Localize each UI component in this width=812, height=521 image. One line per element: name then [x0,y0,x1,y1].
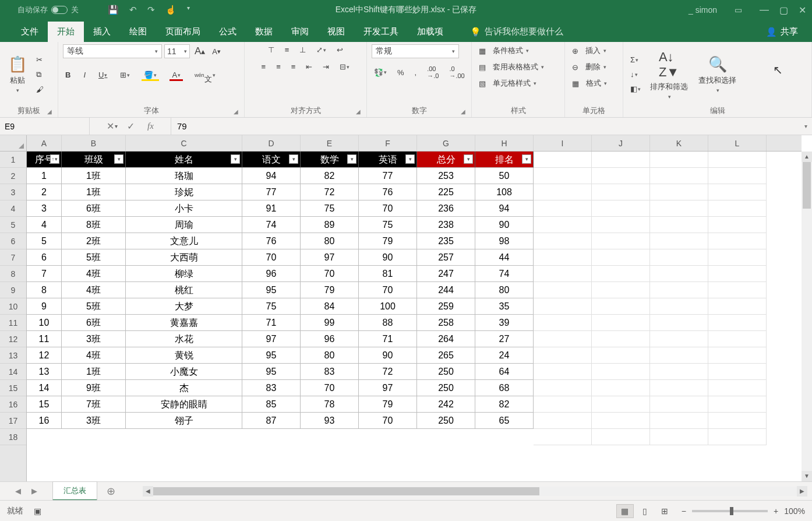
table-cell[interactable]: 14 [27,380,62,396]
empty-cell[interactable] [650,200,708,217]
table-header-cell[interactable]: 姓名▾ [126,152,242,168]
font-name-combo[interactable]: 等线▾ [63,44,162,58]
scroll-up-icon[interactable]: ▲ [802,152,812,162]
table-cell[interactable]: 70 [301,266,359,282]
row-header[interactable]: 17 [0,413,26,429]
empty-cell[interactable] [708,429,767,445]
tab-draw[interactable]: 绘图 [120,22,156,42]
empty-cell[interactable] [534,364,592,380]
row-header[interactable]: 12 [0,331,26,347]
empty-cell[interactable] [534,429,592,445]
table-cell[interactable]: 6班 [62,200,126,217]
qat-dropdown-icon[interactable]: ▾ [187,5,190,15]
table-cell[interactable]: 76 [359,184,417,200]
table-cell[interactable]: 15 [27,396,62,413]
table-cell[interactable]: 97 [301,249,359,266]
table-cell[interactable]: 柳绿 [126,266,242,282]
empty-cell[interactable] [592,380,650,396]
table-cell[interactable]: 珞珈 [126,168,242,184]
share-button[interactable]: 👤 共享 [760,22,804,42]
table-cell[interactable]: 80 [475,282,534,298]
ribbon-display-icon[interactable]: ▭ [735,5,742,15]
name-box[interactable]: ▾ [0,118,90,135]
table-cell[interactable]: 44 [475,249,534,266]
table-header-cell[interactable]: 序号▾ [27,152,62,168]
table-cell[interactable]: 4班 [62,347,126,364]
row-header[interactable]: 16 [0,396,26,413]
empty-cell[interactable] [650,152,708,168]
table-cell[interactable]: 81 [359,266,417,282]
underline-icon[interactable]: U▾ [96,69,110,80]
empty-cell[interactable] [534,315,592,331]
column-header[interactable]: H [475,135,534,151]
tab-insert[interactable]: 插入 [84,22,120,42]
table-cell[interactable]: 91 [242,200,301,217]
row-header[interactable]: 4 [0,200,26,217]
cells-area[interactable]: 序号▾班级▾姓名▾语文▾数学▾英语▾总分▾排名▾11班珞珈94827725350… [27,152,802,481]
macro-record-icon[interactable]: ▣ [34,506,41,516]
empty-cell[interactable] [708,168,767,184]
empty-cell[interactable] [592,315,650,331]
row-header[interactable]: 1 [0,152,26,168]
page-layout-view-icon[interactable]: ▯ [636,504,654,518]
empty-cell[interactable] [708,331,767,347]
table-cell[interactable]: 黄嘉嘉 [126,315,242,331]
cut-icon[interactable]: ✂ [34,54,46,65]
clear-icon[interactable]: ◧▾ [628,83,643,94]
table-cell[interactable]: 大梦 [126,298,242,315]
table-cell[interactable]: 259 [417,298,475,315]
empty-cell[interactable] [708,233,767,249]
conditional-format-button[interactable]: ▦ 条件格式▾ [476,44,531,57]
scroll-right-icon[interactable]: ▶ [797,486,807,497]
filter-dropdown-icon[interactable]: ▾ [347,154,356,164]
row-header[interactable]: 18 [0,429,26,445]
decrease-indent-icon[interactable]: ⇤ [303,61,315,72]
table-cell[interactable]: 85 [242,396,301,413]
table-cell[interactable]: 3班 [62,413,126,429]
row-header[interactable]: 9 [0,282,26,298]
table-cell[interactable]: 桃红 [126,282,242,298]
sheet-tab[interactable]: 汇总表 [52,481,97,501]
empty-cell[interactable] [592,331,650,347]
column-header[interactable]: I [534,135,592,151]
table-header-cell[interactable]: 总分▾ [417,152,475,168]
table-cell[interactable]: 78 [301,396,359,413]
table-cell[interactable]: 77 [359,168,417,184]
empty-cell[interactable] [592,413,650,429]
empty-cell[interactable] [534,168,592,184]
table-cell[interactable]: 13 [27,364,62,380]
redo-icon[interactable]: ↷ [147,5,155,15]
insert-cells-button[interactable]: ⊕ 插入▾ [570,44,609,57]
expand-formula-bar-icon[interactable]: ▾ [799,118,812,135]
table-cell[interactable]: 70 [359,200,417,217]
font-size-combo[interactable]: 11▾ [164,44,190,58]
table-cell[interactable]: 1班 [62,364,126,380]
zoom-out-icon[interactable]: − [682,506,686,516]
horizontal-scrollbar[interactable]: ◀ ▶ [143,486,807,497]
close-icon[interactable]: ✕ [799,5,806,16]
orientation-icon[interactable]: ⤢▾ [314,44,329,55]
table-header-cell[interactable]: 排名▾ [475,152,534,168]
empty-cell[interactable] [650,282,708,298]
copy-icon[interactable]: ⧉ [34,69,46,80]
increase-decimal-icon[interactable]: .00→.0 [425,64,441,80]
table-cell[interactable]: 4班 [62,266,126,282]
formula-bar[interactable]: 79 [171,118,799,135]
empty-cell[interactable] [650,298,708,315]
empty-cell[interactable] [708,184,767,200]
table-cell[interactable]: 6班 [62,315,126,331]
table-cell[interactable]: 90 [359,249,417,266]
empty-cell[interactable] [592,298,650,315]
percent-icon[interactable]: % [395,67,407,78]
autosave-switch-icon[interactable] [51,6,68,14]
align-middle-icon[interactable]: ≡ [283,44,292,55]
table-cell[interactable]: 小魔女 [126,364,242,380]
table-cell[interactable]: 7班 [62,396,126,413]
row-header[interactable]: 13 [0,347,26,364]
empty-cell[interactable] [534,396,592,413]
column-header[interactable]: C [126,135,242,151]
table-cell[interactable]: 238 [417,217,475,233]
empty-cell[interactable] [592,200,650,217]
table-cell[interactable]: 97 [242,331,301,347]
table-cell[interactable]: 235 [417,233,475,249]
